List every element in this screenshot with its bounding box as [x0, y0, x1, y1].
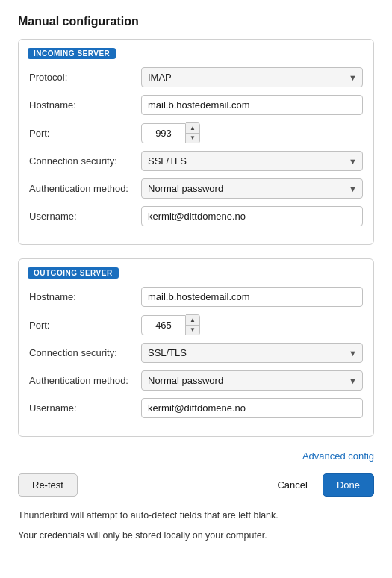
outgoing-hostname-input[interactable] [141, 287, 363, 307]
outgoing-server-card: OUTGOING SERVER Hostname: Port: ▲ ▼ [18, 258, 374, 437]
incoming-username-row: Username: [29, 206, 363, 226]
protocol-label: Protocol: [29, 72, 141, 83]
outgoing-port-spinners: ▲ ▼ [186, 314, 200, 335]
outgoing-username-row: Username: [29, 398, 363, 418]
protocol-row: Protocol: IMAP POP3 ▼ [29, 67, 363, 87]
outgoing-security-select[interactable]: SSL/TLS STARTTLS None [141, 343, 363, 363]
incoming-hostname-label: Hostname: [29, 99, 141, 111]
outgoing-auth-label: Authentication method: [29, 375, 141, 386]
outgoing-auth-control: Normal password Encrypted password OAuth… [141, 370, 363, 391]
incoming-hostname-input[interactable] [141, 95, 363, 115]
outgoing-port-label: Port: [29, 320, 141, 331]
incoming-port-row: Port: ▲ ▼ [29, 122, 363, 143]
incoming-auth-label: Authentication method: [29, 183, 141, 194]
incoming-port-control: ▲ ▼ [141, 122, 363, 143]
outgoing-hostname-row: Hostname: [29, 287, 363, 307]
outgoing-security-row: Connection security: SSL/TLS STARTTLS No… [29, 343, 363, 363]
outgoing-port-wrapper: ▲ ▼ [141, 314, 363, 335]
outgoing-port-control: ▲ ▼ [141, 314, 363, 335]
outgoing-auth-row: Authentication method: Normal password E… [29, 370, 363, 391]
incoming-auth-control: Normal password Encrypted password OAuth… [141, 178, 363, 199]
incoming-port-wrapper: ▲ ▼ [141, 122, 363, 143]
outgoing-port-down-button[interactable]: ▼ [186, 325, 199, 335]
incoming-server-badge: INCOMING SERVER [28, 48, 116, 59]
outgoing-username-input[interactable] [141, 398, 363, 418]
outgoing-auth-select-wrapper: Normal password Encrypted password OAuth… [141, 370, 363, 391]
incoming-username-label: Username: [29, 211, 141, 222]
incoming-hostname-control [141, 95, 363, 115]
outgoing-port-row: Port: ▲ ▼ [29, 314, 363, 335]
incoming-port-label: Port: [29, 128, 141, 139]
outgoing-auth-select[interactable]: Normal password Encrypted password OAuth… [141, 370, 363, 391]
done-button[interactable]: Done [323, 473, 374, 497]
outgoing-security-select-wrapper: SSL/TLS STARTTLS None ▼ [141, 343, 363, 363]
outgoing-username-label: Username: [29, 403, 141, 414]
retest-button[interactable]: Re-test [18, 473, 78, 497]
incoming-port-up-button[interactable]: ▲ [186, 123, 199, 133]
incoming-port-down-button[interactable]: ▼ [186, 133, 199, 143]
incoming-security-control: SSL/TLS STARTTLS None ▼ [141, 151, 363, 171]
protocol-select-wrapper: IMAP POP3 ▼ [141, 67, 363, 87]
incoming-auth-select[interactable]: Normal password Encrypted password OAuth… [141, 178, 363, 199]
info-text-1: Thunderbird will attempt to auto-detect … [18, 509, 374, 523]
incoming-username-control [141, 206, 363, 226]
page-title: Manual configuration [18, 15, 374, 28]
outgoing-port-input[interactable] [141, 315, 186, 335]
incoming-hostname-row: Hostname: [29, 95, 363, 115]
incoming-port-spinners: ▲ ▼ [186, 122, 200, 143]
incoming-security-select-wrapper: SSL/TLS STARTTLS None ▼ [141, 151, 363, 171]
advanced-config-container: Advanced config [18, 450, 374, 462]
incoming-security-select[interactable]: SSL/TLS STARTTLS None [141, 151, 363, 171]
button-right: Cancel Done [268, 473, 374, 497]
advanced-config-link[interactable]: Advanced config [302, 450, 374, 462]
incoming-username-input[interactable] [141, 206, 363, 226]
outgoing-username-control [141, 398, 363, 418]
cancel-button[interactable]: Cancel [268, 473, 316, 497]
outgoing-port-up-button[interactable]: ▲ [186, 315, 199, 325]
info-text-2: Your credentials will only be stored loc… [18, 529, 374, 543]
outgoing-hostname-control [141, 287, 363, 307]
protocol-select[interactable]: IMAP POP3 [141, 67, 363, 87]
outgoing-server-badge: OUTGOING SERVER [28, 267, 119, 279]
incoming-port-input[interactable] [141, 123, 186, 143]
button-row: Re-test Cancel Done [18, 473, 374, 497]
outgoing-security-control: SSL/TLS STARTTLS None ▼ [141, 343, 363, 363]
incoming-security-label: Connection security: [29, 155, 141, 167]
incoming-server-card: INCOMING SERVER Protocol: IMAP POP3 ▼ Ho… [18, 39, 374, 245]
incoming-auth-select-wrapper: Normal password Encrypted password OAuth… [141, 178, 363, 199]
protocol-control: IMAP POP3 ▼ [141, 67, 363, 87]
outgoing-hostname-label: Hostname: [29, 291, 141, 302]
incoming-security-row: Connection security: SSL/TLS STARTTLS No… [29, 151, 363, 171]
outgoing-security-label: Connection security: [29, 347, 141, 358]
incoming-auth-row: Authentication method: Normal password E… [29, 178, 363, 199]
button-left: Re-test [18, 473, 78, 497]
